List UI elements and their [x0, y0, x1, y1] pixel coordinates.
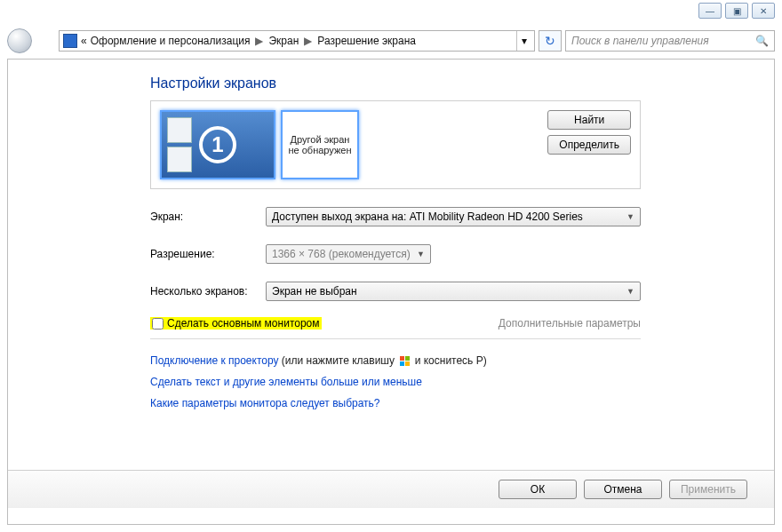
window-controls: — ▣ ✕	[698, 3, 775, 19]
chevron-right-icon: ▶	[255, 35, 263, 47]
ok-button[interactable]: ОК	[499, 480, 577, 499]
search-icon: 🔍	[755, 35, 769, 47]
monitors: 1 Другой экран не обнаружен	[160, 110, 359, 179]
resolution-dropdown[interactable]: 1366 × 768 (рекомендуется) ▼	[266, 244, 431, 264]
resolution-label: Разрешение:	[150, 248, 266, 260]
identify-button[interactable]: Определить	[547, 135, 631, 155]
monitor-number: 1	[199, 126, 236, 163]
chevron-down-icon: ▼	[417, 250, 425, 258]
text-size-link[interactable]: Сделать текст и другие элементы больше и…	[150, 376, 422, 388]
control-panel-icon	[63, 34, 77, 48]
screen-value: Доступен выход экрана на: ATI Mobility R…	[272, 210, 583, 223]
help-links: Подключение к проектору (или нажмите кла…	[150, 350, 641, 414]
minimize-button[interactable]: —	[698, 3, 722, 19]
advanced-settings-link[interactable]: Дополнительные параметры	[499, 317, 641, 330]
breadcrumb-item-3[interactable]: Разрешение экрана	[317, 35, 416, 47]
resolution-value: 1366 × 768 (рекомендуется)	[272, 248, 411, 260]
breadcrumb-item-1[interactable]: Оформление и персонализация	[91, 35, 251, 47]
multiple-value: Экран не выбран	[272, 285, 357, 298]
divider	[150, 338, 641, 339]
screen-dropdown[interactable]: Доступен выход экрана на: ATI Mobility R…	[266, 207, 641, 226]
projector-link[interactable]: Подключение к проектору	[150, 354, 279, 367]
refresh-button[interactable]: ↻	[539, 30, 562, 52]
chevron-down-icon: ▼	[626, 212, 634, 221]
primary-monitor-checkbox-label[interactable]: Сделать основным монитором	[150, 317, 322, 330]
toolbar: « Оформление и персонализация ▶ Экран ▶ …	[7, 28, 775, 53]
breadcrumb[interactable]: « Оформление и персонализация ▶ Экран ▶ …	[59, 30, 535, 52]
projector-hint-a: (или нажмите клавишу	[279, 354, 398, 367]
chevron-right-icon: ▶	[304, 35, 312, 47]
maximize-button[interactable]: ▣	[725, 3, 748, 19]
preview-side-buttons: Найти Определить	[547, 110, 631, 155]
cancel-button[interactable]: Отмена	[584, 480, 662, 499]
chevron-down-icon: ▾	[522, 35, 527, 47]
page-title: Настройки экранов	[150, 75, 641, 91]
screen-label: Экран:	[150, 210, 266, 223]
nav-back-button[interactable]	[7, 28, 32, 53]
monitor-primary[interactable]: 1	[160, 110, 275, 179]
windows-key-icon	[399, 356, 410, 367]
footer-bar: ОК Отмена Применить	[8, 470, 774, 508]
content-panel: Настройки экранов 1 Другой экран не обна…	[7, 59, 775, 525]
apply-button[interactable]: Применить	[669, 480, 747, 499]
monitor-other[interactable]: Другой экран не обнаружен	[281, 110, 359, 179]
multiple-dropdown[interactable]: Экран не выбран ▼	[266, 282, 641, 301]
window: — ▣ ✕ « Оформление и персонализация ▶ Эк…	[0, 0, 782, 532]
refresh-icon: ↻	[545, 34, 555, 48]
breadcrumb-item-2[interactable]: Экран	[268, 35, 299, 47]
search-placeholder: Поиск в панели управления	[571, 35, 709, 47]
primary-monitor-checkbox-text: Сделать основным монитором	[167, 317, 320, 330]
primary-monitor-checkbox[interactable]	[152, 318, 164, 330]
preview-thumbnails	[167, 117, 192, 172]
chevron-down-icon: ▼	[626, 287, 634, 296]
projector-hint-b: и коснитесь P)	[411, 354, 486, 367]
monitor-preview: 1 Другой экран не обнаружен Найти Опреде…	[150, 100, 641, 189]
close-button[interactable]: ✕	[752, 3, 775, 19]
find-button[interactable]: Найти	[547, 110, 631, 130]
nav-buttons	[7, 28, 55, 53]
search-input[interactable]: Поиск в панели управления 🔍	[565, 30, 775, 52]
breadcrumb-prefix: «	[81, 35, 87, 47]
which-settings-link[interactable]: Какие параметры монитора следует выбрать…	[150, 397, 380, 409]
multiple-label: Несколько экранов:	[150, 285, 266, 298]
breadcrumb-dropdown[interactable]: ▾	[516, 31, 531, 51]
